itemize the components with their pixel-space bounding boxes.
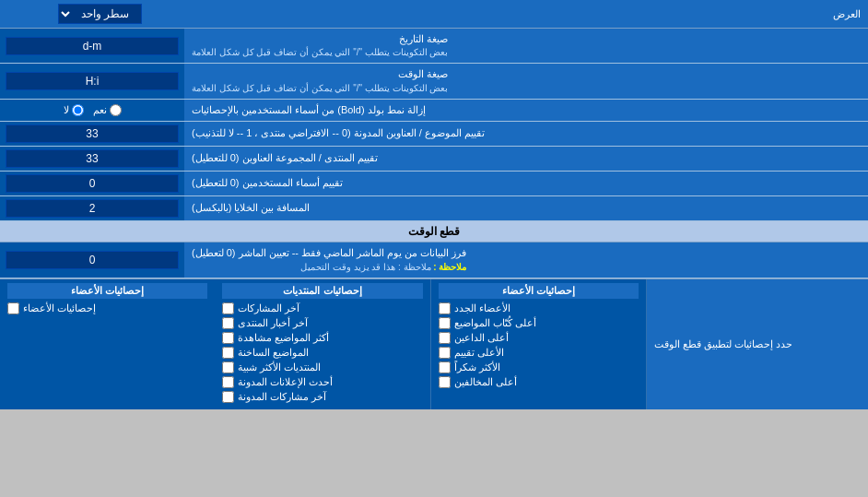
checkbox-most-viewed[interactable] bbox=[222, 332, 234, 344]
stats-item-most-thanks: الأكثر شكراً bbox=[439, 361, 639, 373]
checkbox-most-forums[interactable] bbox=[222, 361, 234, 373]
cutoff-section-header: قطع الوقت bbox=[0, 221, 868, 243]
user-names-input-cell bbox=[0, 172, 184, 195]
forum-order-row: تقييم المنتدى / المجموعة العناوين (0 للت… bbox=[0, 147, 868, 172]
stats-item-latest-announcements: أحدث الإعلانات المدونة bbox=[222, 376, 422, 388]
cell-spacing-label: المسافة بين الخلايا (بالبكسل) bbox=[184, 196, 868, 220]
cutoff-input[interactable] bbox=[6, 251, 179, 269]
radio-yes-label[interactable]: نعم bbox=[93, 104, 122, 116]
checkbox-last-posts[interactable] bbox=[222, 302, 234, 314]
checkbox-top-violators[interactable] bbox=[439, 376, 451, 388]
cell-spacing-row: المسافة بين الخلايا (بالبكسل) bbox=[0, 196, 868, 221]
radio-no-label[interactable]: لا bbox=[64, 104, 84, 116]
stats-item-most-viewed: أكثر المواضيع مشاهدة bbox=[222, 332, 422, 344]
top-select-cell: سطر واحد سطرين ثلاثة أسطر bbox=[7, 4, 192, 24]
date-format-input-cell bbox=[0, 29, 184, 63]
time-format-input[interactable] bbox=[6, 72, 179, 90]
forum-order-input[interactable] bbox=[6, 149, 179, 168]
bold-remove-row: إزالة نمط بولد (Bold) من أسماء المستخدمي… bbox=[0, 100, 868, 122]
stats-col3-header: إحصائيات الأعضاء bbox=[439, 283, 639, 299]
bold-remove-label: إزالة نمط بولد (Bold) من أسماء المستخدمي… bbox=[184, 100, 868, 121]
forum-order-label: تقييم المنتدى / المجموعة العناوين (0 للت… bbox=[184, 147, 868, 171]
user-names-input[interactable] bbox=[6, 174, 179, 193]
stats-item-member-stats: إحصائيات الأعضاء bbox=[7, 302, 207, 314]
stats-apply-label: حدد إحصائيات لتطبيق قطع الوقت bbox=[647, 279, 868, 409]
forum-order-input-cell bbox=[0, 147, 184, 171]
checkbox-most-thanks[interactable] bbox=[439, 361, 451, 373]
checkbox-latest-announcements[interactable] bbox=[222, 376, 234, 388]
checkbox-top-inviters[interactable] bbox=[439, 332, 451, 344]
stats-item-last-posts: آخر المشاركات bbox=[222, 302, 422, 314]
stats-item-most-forums: المنتديات الأكثر شبية bbox=[222, 361, 422, 373]
cutoff-row: فرز البيانات من يوم الماشر الماضي فقط --… bbox=[0, 243, 868, 278]
cell-spacing-input-cell bbox=[0, 196, 184, 220]
date-format-input[interactable] bbox=[6, 37, 179, 55]
date-format-label: صيغة التاريخ بعض التكوينات يتطلب "/" الت… bbox=[184, 29, 868, 63]
radio-yes[interactable] bbox=[110, 104, 122, 116]
main-container: العرض سطر واحد سطرين ثلاثة أسطر صيغة الت… bbox=[0, 0, 868, 409]
stats-col2-header: إحصائيات المنتديات bbox=[222, 283, 422, 299]
stats-col-forums: إحصائيات المنتديات آخر المشاركات آخر أخب… bbox=[215, 279, 430, 409]
topic-order-row: تقييم الموضوع / العناوين المدونة (0 -- ا… bbox=[0, 122, 868, 147]
bottom-stats-area: إحصائيات الأعضاء الأعضاء الجدد أعلى كُتّ… bbox=[0, 279, 647, 409]
stats-col-members: إحصائيات الأعضاء الأعضاء الجدد أعلى كُتّ… bbox=[431, 279, 647, 409]
checkbox-hot-topics[interactable] bbox=[222, 347, 234, 359]
stats-item-top-inviters: أعلى الداعين bbox=[439, 332, 639, 344]
user-names-label: تقييم أسماء المستخدمين (0 للتعطيل) bbox=[184, 172, 868, 195]
user-names-row: تقييم أسماء المستخدمين (0 للتعطيل) bbox=[0, 172, 868, 196]
display-select[interactable]: سطر واحد سطرين ثلاثة أسطر bbox=[58, 4, 142, 24]
topic-order-label: تقييم الموضوع / العناوين المدونة (0 -- ا… bbox=[184, 122, 868, 146]
radio-no[interactable] bbox=[72, 104, 84, 116]
cutoff-label: فرز البيانات من يوم الماشر الماضي فقط --… bbox=[184, 243, 868, 277]
stats-item-hot-topics: المواضيع الساخنة bbox=[222, 347, 422, 359]
topic-order-input-cell bbox=[0, 122, 184, 146]
checkbox-top-writers[interactable] bbox=[439, 317, 451, 329]
stats-item-last-blog-posts: آخر مشاركات المدونة bbox=[222, 391, 422, 403]
top-label: العرض bbox=[192, 8, 861, 20]
date-format-row: صيغة التاريخ بعض التكوينات يتطلب "/" الت… bbox=[0, 29, 868, 64]
checkbox-top-rated[interactable] bbox=[439, 347, 451, 359]
checkbox-last-news[interactable] bbox=[222, 317, 234, 329]
bold-remove-radio-cell: نعم لا bbox=[0, 100, 184, 121]
checkbox-member-stats[interactable] bbox=[7, 302, 19, 314]
topic-order-input[interactable] bbox=[6, 124, 179, 143]
time-format-label: صيغة الوقت بعض التكوينات يتطلب "/" التي … bbox=[184, 64, 868, 98]
top-row: العرض سطر واحد سطرين ثلاثة أسطر bbox=[0, 0, 868, 29]
checkbox-new-members[interactable] bbox=[439, 302, 451, 314]
cutoff-input-cell bbox=[0, 243, 184, 277]
stats-col1-header: إحصائيات الأعضاء bbox=[7, 283, 207, 299]
checkbox-last-blog-posts[interactable] bbox=[222, 391, 234, 403]
bottom-stats-section: حدد إحصائيات لتطبيق قطع الوقت إحصائيات ا… bbox=[0, 278, 868, 409]
stats-item-top-violators: أعلى المخالفين bbox=[439, 376, 639, 388]
stats-item-last-news: آخر أخبار المنتدى bbox=[222, 317, 422, 329]
time-format-row: صيغة الوقت بعض التكوينات يتطلب "/" التي … bbox=[0, 64, 868, 99]
stats-item-top-writers: أعلى كُتّاب المواضيع bbox=[439, 317, 639, 329]
cell-spacing-input[interactable] bbox=[6, 199, 179, 218]
stats-item-top-rated: الأعلى تقييم bbox=[439, 347, 639, 359]
stats-item-new-members: الأعضاء الجدد bbox=[439, 302, 639, 314]
time-format-input-cell bbox=[0, 64, 184, 98]
stats-col-right: إحصائيات الأعضاء إحصائيات الأعضاء bbox=[0, 279, 215, 409]
